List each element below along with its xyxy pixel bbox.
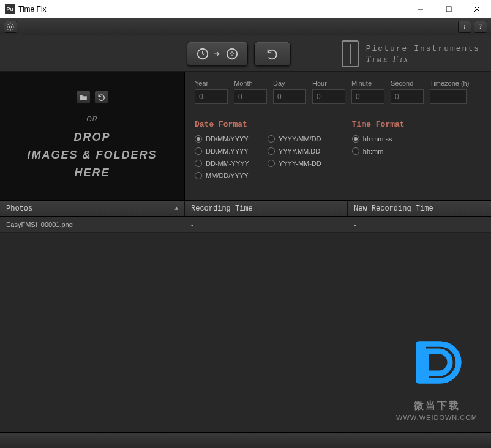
arrow-right-icon <box>213 50 222 58</box>
svg-point-4 <box>9 26 12 28</box>
config-row: OR DROP IMAGES & FOLDERS HERE Year Month… <box>0 72 491 201</box>
format-row: Date Format DD/MM/YYYY DD.MM.YYYY DD-MM-… <box>195 120 481 179</box>
maximize-button[interactable] <box>435 0 463 18</box>
brand-line2: Time Fix <box>366 54 480 64</box>
header-band: Picture Instruments Time Fix <box>0 35 491 72</box>
day-input[interactable] <box>273 89 306 104</box>
radio-dot-icon <box>352 147 359 155</box>
hour-label: Hour <box>312 80 345 87</box>
radio-hhmmss[interactable]: hh:mm:ss <box>352 135 405 143</box>
table-header: Photos ▲ Recording Time New Recording Ti… <box>0 201 491 217</box>
year-label: Year <box>195 80 228 87</box>
open-folder-button[interactable] <box>76 91 91 104</box>
radio-hhmm[interactable]: hh:mm <box>352 147 405 155</box>
cell-photo: EasyFMSI_00001.png <box>0 217 185 232</box>
header-actions <box>187 42 291 66</box>
radio-dot-icon <box>352 135 359 143</box>
table-row[interactable]: EasyFMSI_00001.png - - <box>0 217 491 233</box>
cell-new-recording: - <box>348 217 491 232</box>
date-format-group: Date Format DD/MM/YYYY DD.MM.YYYY DD-MM-… <box>195 120 321 179</box>
year-input[interactable] <box>195 89 228 104</box>
minute-input[interactable] <box>351 89 384 104</box>
window-controls <box>407 0 491 18</box>
radio-dot-icon <box>268 147 275 155</box>
minute-label: Minute <box>351 80 384 87</box>
second-input[interactable] <box>391 89 424 104</box>
settings-button[interactable] <box>4 21 17 33</box>
help-button[interactable]: ? <box>474 21 487 33</box>
watermark-line1: 微当下载 <box>396 400 478 413</box>
hour-input[interactable] <box>312 89 345 104</box>
drop-pane[interactable]: OR DROP IMAGES & FOLDERS HERE <box>0 72 185 200</box>
svg-rect-7 <box>419 344 426 381</box>
radio-dot-icon <box>195 172 202 179</box>
clock-icon <box>196 47 209 61</box>
radio-dot-icon <box>268 135 275 143</box>
close-button[interactable] <box>463 0 491 18</box>
svg-point-6 <box>227 49 238 59</box>
radio-dot-icon <box>195 135 202 143</box>
month-label: Month <box>234 80 267 87</box>
watermark-line2: WWW.WEIDOWN.COM <box>396 414 478 421</box>
date-format-title: Date Format <box>195 120 321 129</box>
brand-text: Picture Instruments Time Fix <box>366 44 480 64</box>
watermark: 微当下载 WWW.WEIDOWN.COM <box>396 335 478 421</box>
brand-icon <box>342 40 359 67</box>
radio-dd-dot[interactable]: DD.MM.YYYY <box>195 147 249 155</box>
radio-dot-icon <box>195 160 202 167</box>
radio-dd-dash[interactable]: DD-MM-YYYY <box>195 160 249 167</box>
info-button[interactable]: i <box>458 21 471 33</box>
radio-dot-icon <box>268 160 275 167</box>
radio-mm-slash[interactable]: MM/DD/YYYY <box>195 172 249 179</box>
footer-bar <box>0 432 491 447</box>
radio-yyyy-slash[interactable]: YYYY/MM/DD <box>268 135 321 143</box>
settings-pane: Year Month Day Hour Minute Second Timezo… <box>185 72 491 200</box>
watermark-logo-icon <box>407 335 468 396</box>
or-label: OR <box>86 115 98 122</box>
app-body: i ? Picture Instruments Time Fix <box>0 18 491 448</box>
column-new-recording-time[interactable]: New Recording Time <box>348 201 491 216</box>
gear-icon <box>6 23 15 31</box>
svg-rect-1 <box>446 7 451 12</box>
day-label: Day <box>273 80 306 87</box>
column-recording-time[interactable]: Recording Time <box>185 201 348 216</box>
undo-button[interactable] <box>254 42 291 66</box>
window-title: Time Fix <box>18 5 47 13</box>
drop-line-3: HERE <box>74 164 110 182</box>
brand-line1: Picture Instruments <box>366 44 480 53</box>
drop-line-2: IMAGES & FOLDERS <box>27 146 157 164</box>
time-format-group: Time Format hh:mm:ss hh:mm <box>352 120 405 179</box>
time-format-title: Time Format <box>352 120 405 129</box>
apply-time-button[interactable] <box>187 42 248 66</box>
cell-recording: - <box>185 217 348 232</box>
month-input[interactable] <box>234 89 267 104</box>
brand: Picture Instruments Time Fix <box>342 40 480 67</box>
folder-icon <box>79 94 88 101</box>
table-body: EasyFMSI_00001.png - - 微当下载 WWW.WEIDOWN.… <box>0 217 491 432</box>
drop-reset-button[interactable] <box>94 91 109 104</box>
titlebar: Pu Time Fix <box>0 0 491 18</box>
second-label: Second <box>391 80 424 87</box>
refresh-icon <box>97 93 106 102</box>
time-offset-fields: Year Month Day Hour Minute Second Timezo… <box>195 80 481 104</box>
drop-line-1: DROP <box>73 129 110 146</box>
timezone-label: Timezone (h) <box>430 80 469 87</box>
sort-asc-icon: ▲ <box>175 206 178 212</box>
app-icon: Pu <box>5 4 15 14</box>
minimize-button[interactable] <box>407 0 435 18</box>
timezone-input[interactable] <box>430 89 467 104</box>
target-clock-icon <box>225 47 239 61</box>
undo-icon <box>266 47 279 61</box>
radio-dot-icon <box>195 147 202 155</box>
radio-yyyy-dash[interactable]: YYYY-MM-DD <box>268 160 321 167</box>
radio-yyyy-dot[interactable]: YYYY.MM.DD <box>268 147 321 155</box>
radio-dd-slash[interactable]: DD/MM/YYYY <box>195 135 249 143</box>
utility-bar: i ? <box>0 18 491 35</box>
column-photos[interactable]: Photos ▲ <box>0 201 185 216</box>
